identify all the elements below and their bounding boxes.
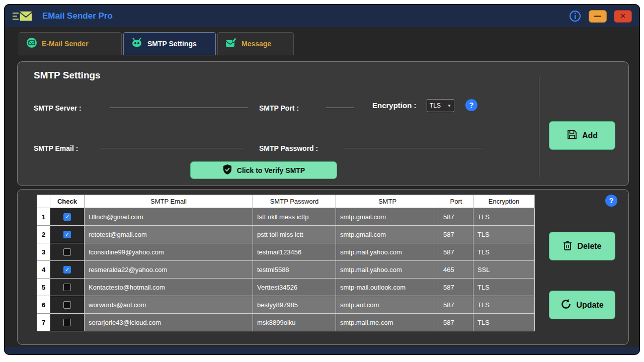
cell-smtp-email: worwords@aol.com [85, 296, 253, 314]
smtp-password-label: SMTP Password : [259, 144, 318, 152]
column-header: SMTP Email [85, 195, 253, 208]
trash-icon [562, 240, 573, 253]
smtp-port-label: SMTP Port : [259, 104, 299, 112]
chevron-down-icon: ▼ [447, 104, 451, 108]
cell-smtp-password: fstt nkll mess icttp [253, 208, 336, 226]
row-number: 6 [37, 296, 50, 314]
cell-port: 587 [439, 243, 473, 261]
row-number: 7 [37, 314, 50, 331]
table-help-icon[interactable]: ? [605, 195, 617, 207]
check-icon: ✓ [65, 232, 69, 237]
cell-smtp-password: msk8899olku [253, 314, 336, 331]
smtp-table-body: 1 ✓ Ullrich@gmail.com fstt nkll mess ict… [37, 208, 535, 331]
titlebar: EMail Sender Pro ✕ [5, 5, 639, 27]
row-checkbox[interactable]: ✓ [63, 319, 71, 326]
window-title: EMail Sender Pro [42, 11, 113, 21]
row-checkbox[interactable]: ✓ [63, 231, 71, 238]
row-number: 2 [37, 226, 50, 243]
smtp-settings-panel: SMTP Settings SMTP Server : SMTP Port : … [17, 61, 629, 186]
vertical-divider [539, 76, 539, 177]
cell-port: 587 [439, 296, 473, 314]
tab-email-sender[interactable]: E-Mail Sender [19, 32, 122, 55]
smtp-email-input[interactable] [100, 138, 243, 148]
verify-smtp-button[interactable]: Click to Verify SMTP [190, 161, 337, 179]
table-row: 7 ✓ serarjorie43@icloud.com msk8899olku … [37, 314, 535, 331]
table-row: 1 ✓ Ullrich@gmail.com fstt nkll mess ict… [37, 208, 535, 226]
column-header: Port [439, 195, 473, 208]
cell-smtp-email: serarjorie43@icloud.com [85, 314, 253, 331]
shield-check-icon [222, 164, 232, 176]
cell-encryption: TLS [473, 208, 535, 226]
cell-smtp-email: Kontactesto@hotmail.com [85, 279, 253, 296]
minimize-button[interactable] [589, 10, 607, 23]
tab-message[interactable]: Message [217, 32, 294, 55]
footer-bar [5, 347, 639, 354]
cell-smtp-email: Ullrich@gmail.com [85, 208, 253, 226]
email-sender-icon [26, 37, 37, 50]
row-checkbox[interactable]: ✓ [63, 213, 71, 221]
tab-email-sender-label: E-Mail Sender [42, 40, 89, 48]
column-header: Encryption [473, 195, 535, 208]
table-row: 3 ✓ fconsidine99@yahoo.com testmail12345… [37, 243, 535, 261]
row-checkbox[interactable]: ✓ [63, 301, 71, 309]
cell-smtp-server: smtp-mail.outlook.com [336, 279, 439, 296]
cell-encryption: TLS [473, 226, 535, 243]
row-number: 3 [37, 243, 50, 261]
smtp-robot-icon [131, 37, 143, 50]
encryption-value: TLS [430, 102, 441, 109]
table-row: 6 ✓ worwords@aol.com bestyy897985 smtp.a… [37, 296, 535, 314]
cell-port: 587 [439, 314, 473, 331]
delete-button[interactable]: Delete [549, 232, 615, 260]
update-button-label: Update [576, 301, 603, 310]
cell-encryption: SSL [473, 261, 535, 279]
cell-port: 465 [439, 261, 473, 279]
smtp-accounts-table: CheckSMTP EmailSMTP PasswordSMTPPortEncr… [37, 195, 535, 331]
check-icon: ✓ [65, 214, 69, 220]
column-header: Check [50, 195, 85, 208]
cell-port: 587 [439, 279, 473, 296]
cell-smtp-email: retotest@gmail.com [85, 226, 253, 243]
encryption-select[interactable]: TLS ▼ [427, 99, 454, 112]
cell-encryption: TLS [473, 296, 535, 314]
verify-smtp-label: Click to Verify SMTP [237, 166, 305, 174]
save-floppy-icon [567, 129, 578, 142]
column-header: SMTP [336, 195, 439, 208]
cell-smtp-password: testmail123456 [253, 243, 336, 261]
cell-encryption: TLS [473, 279, 535, 296]
row-check-cell: ✓ [50, 314, 85, 331]
delete-button-label: Delete [577, 242, 601, 251]
table-row: 4 ✓ resmeralda22@yahoo.com testml5588 sm… [37, 261, 535, 279]
minimize-icon [594, 16, 601, 17]
cell-smtp-email: fconsidine99@yahoo.com [85, 243, 253, 261]
smtp-port-input[interactable] [326, 98, 354, 108]
cell-port: 587 [439, 226, 473, 243]
tab-smtp-settings[interactable]: SMTP Settings [123, 32, 216, 55]
row-checkbox[interactable]: ✓ [63, 284, 71, 291]
close-button[interactable]: ✕ [614, 10, 632, 23]
row-checkbox[interactable]: ✓ [63, 266, 71, 274]
refresh-icon [560, 299, 572, 312]
row-number: 4 [37, 261, 50, 279]
column-header: SMTP Password [253, 195, 336, 208]
smtp-password-input[interactable] [344, 138, 482, 148]
app-window: EMail Sender Pro ✕ E-Mail [4, 4, 640, 355]
cell-smtp-server: smtp.mail.me.com [336, 314, 439, 331]
cell-smtp-password: bestyy897985 [253, 296, 336, 314]
smtp-server-label: SMTP Server : [34, 104, 82, 112]
window-controls: ✕ [569, 5, 632, 27]
row-check-cell: ✓ [50, 243, 85, 261]
info-icon[interactable] [569, 10, 582, 23]
row-check-cell: ✓ [50, 208, 85, 226]
cell-smtp-server: smtp.gmail.com [336, 208, 439, 226]
cell-port: 587 [439, 208, 473, 226]
app-logo-icon [12, 10, 33, 23]
update-button[interactable]: Update [549, 291, 615, 319]
tab-smtp-settings-label: SMTP Settings [147, 40, 197, 48]
row-check-cell: ✓ [50, 279, 85, 296]
smtp-server-input[interactable] [110, 98, 248, 108]
row-checkbox[interactable]: ✓ [63, 248, 71, 256]
cell-smtp-server: smtp.mail.yahoo.com [336, 261, 439, 279]
cell-smtp-server: smtp.aol.com [336, 296, 439, 314]
encryption-help-icon[interactable]: ? [465, 99, 477, 111]
add-button[interactable]: Add [549, 121, 615, 150]
